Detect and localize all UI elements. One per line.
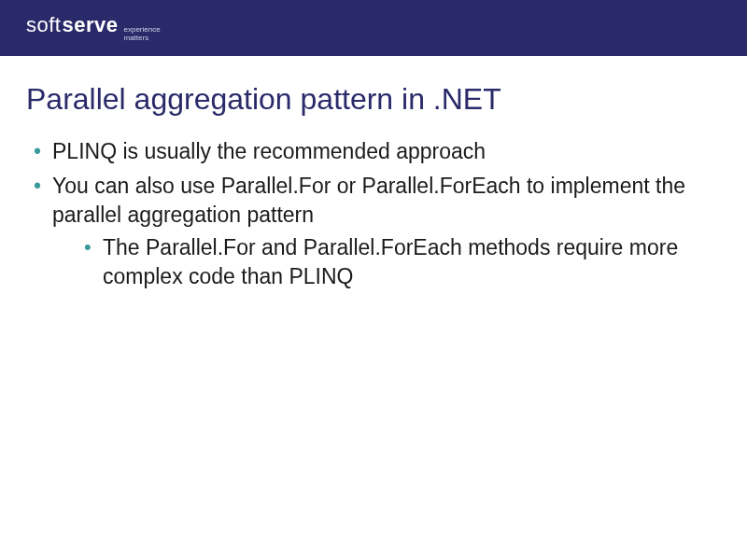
bullet-text: You can also use Parallel.For or Paralle… <box>52 174 685 227</box>
list-item: PLINQ is usually the recommended approac… <box>30 137 721 166</box>
list-item: The Parallel.For and Parallel.ForEach me… <box>82 233 721 291</box>
tagline-line-2: matters <box>123 34 148 42</box>
header-band: softserve experience matters <box>0 0 747 56</box>
bullet-text: PLINQ is usually the recommended approac… <box>52 139 486 163</box>
logo-text-soft: soft <box>26 13 61 37</box>
logo-tagline: experience matters <box>123 26 160 43</box>
tagline-line-1: experience <box>123 25 160 34</box>
sub-bullet-list: The Parallel.For and Parallel.ForEach me… <box>52 233 721 291</box>
slide-title: Parallel aggregation pattern in .NET <box>26 82 721 117</box>
bullet-text: The Parallel.For and Parallel.ForEach me… <box>103 235 678 288</box>
bullet-list: PLINQ is usually the recommended approac… <box>26 137 721 291</box>
list-item: You can also use Parallel.For or Paralle… <box>30 172 721 291</box>
logo: softserve experience matters <box>26 13 161 43</box>
logo-text-serve: serve <box>62 13 118 37</box>
slide-content: Parallel aggregation pattern in .NET PLI… <box>0 56 747 291</box>
